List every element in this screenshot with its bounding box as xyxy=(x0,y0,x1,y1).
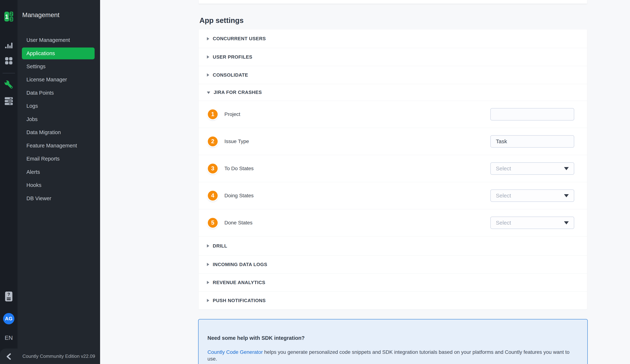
sidebar-item-db-viewer[interactable]: DB Viewer xyxy=(18,192,100,205)
sdk-help-title: Need some help with SDK integration? xyxy=(208,335,578,341)
management-sidebar: Management User Management Applications … xyxy=(18,0,100,364)
step-badge: 4 xyxy=(208,191,218,200)
sidebar-bottom-bar: Countly Community Edition v22.09 xyxy=(0,349,100,364)
svg-text:?: ? xyxy=(8,292,10,297)
step-badge: 5 xyxy=(208,218,218,228)
jira-field-done-states: 5 Done States Select xyxy=(199,209,587,236)
sidebar-item-logs[interactable]: Logs xyxy=(18,100,100,113)
jira-field-todo-states: 3 To Do States Select xyxy=(199,155,587,182)
caret-right-icon xyxy=(207,73,209,77)
page-title: App settings xyxy=(200,16,244,24)
project-input[interactable] xyxy=(490,108,574,121)
caret-right-icon xyxy=(207,281,209,284)
previous-section-card-edge xyxy=(199,0,587,4)
section-jira-for-crashes[interactable]: JIRA FOR CRASHES xyxy=(199,84,587,101)
sidebar-item-email-reports[interactable]: Email Reports xyxy=(18,152,100,166)
svg-text:3: 3 xyxy=(10,17,12,22)
app-settings-card: CONCURRENT USERS USER PROFILES CONSOLIDA… xyxy=(199,29,587,309)
caret-right-icon xyxy=(207,37,209,40)
sidebar-item-data-points[interactable]: Data Points xyxy=(18,86,100,100)
sdk-help-panel: Need some help with SDK integration? Cou… xyxy=(198,319,588,364)
section-concurrent-users[interactable]: CONCURRENT USERS xyxy=(199,29,587,48)
sidebar-item-settings[interactable]: Settings xyxy=(18,60,100,73)
management-wrench-icon[interactable] xyxy=(0,80,18,90)
data-server-icon[interactable] xyxy=(0,97,18,105)
todo-states-select[interactable]: Select xyxy=(490,162,574,175)
countly-logo-icon[interactable]: 1 2 3 xyxy=(4,11,13,22)
plugins-grid-icon[interactable] xyxy=(0,57,18,64)
rail-divider xyxy=(2,73,15,73)
section-incoming-data-logs[interactable]: INCOMING DATA LOGS xyxy=(199,255,587,273)
caret-right-icon xyxy=(207,263,209,266)
sidebar-item-jobs[interactable]: Jobs xyxy=(18,113,100,126)
jira-field-project: 1 Project xyxy=(199,101,587,128)
sidebar-item-feature-management[interactable]: Feature Management xyxy=(18,139,100,152)
main-content: App settings CONCURRENT USERS USER PROFI… xyxy=(100,0,630,364)
done-states-select[interactable]: Select xyxy=(490,217,574,229)
collapse-sidebar-button[interactable] xyxy=(6,353,13,361)
step-badge: 2 xyxy=(208,137,218,146)
section-drill[interactable]: DRILL xyxy=(199,236,587,255)
dropdown-caret-icon xyxy=(564,221,569,224)
svg-text:1: 1 xyxy=(5,13,8,20)
sidebar-title: Management xyxy=(22,11,60,18)
sidebar-item-alerts[interactable]: Alerts xyxy=(18,166,100,179)
chevron-left-icon xyxy=(7,354,10,359)
step-badge: 3 xyxy=(208,164,218,174)
issue-type-input[interactable] xyxy=(490,135,574,148)
caret-down-icon xyxy=(207,92,210,94)
sidebar-item-data-migration[interactable]: Data Migration xyxy=(18,126,100,139)
section-push-notifications[interactable]: PUSH NOTIFICATIONS xyxy=(199,291,587,309)
jira-field-doing-states: 4 Doing States Select xyxy=(199,182,587,209)
version-label: Countly Community Edition v22.09 xyxy=(18,349,100,364)
jira-field-issue-type: 2 Issue Type xyxy=(199,128,587,155)
caret-right-icon xyxy=(207,299,209,302)
doing-states-select[interactable]: Select xyxy=(490,189,574,202)
icon-rail: 1 2 3 xyxy=(0,0,18,364)
analytics-icon[interactable] xyxy=(0,41,18,48)
caret-right-icon xyxy=(207,244,209,247)
section-user-profiles[interactable]: USER PROFILES xyxy=(199,48,587,66)
language-switcher[interactable]: EN xyxy=(0,335,18,341)
help-center-icon[interactable]: ? xyxy=(5,292,12,302)
user-avatar[interactable]: AG xyxy=(3,313,14,324)
sidebar-nav: User Management Applications Settings Li… xyxy=(18,33,100,205)
sidebar-item-user-management[interactable]: User Management xyxy=(18,33,100,47)
sdk-help-body: Countly Code Generator helps you generat… xyxy=(208,349,578,362)
avatar-initials: AG xyxy=(5,316,12,322)
svg-text:2: 2 xyxy=(10,11,12,16)
section-revenue-analytics[interactable]: REVENUE ANALYTICS xyxy=(199,273,587,291)
sidebar-item-applications[interactable]: Applications xyxy=(22,47,94,59)
section-consolidate[interactable]: CONSOLIDATE xyxy=(199,66,587,84)
dropdown-caret-icon xyxy=(564,167,569,170)
dropdown-caret-icon xyxy=(564,194,569,197)
caret-right-icon xyxy=(207,55,209,59)
sidebar-item-license-manager[interactable]: License Manager xyxy=(18,73,100,86)
step-badge: 1 xyxy=(208,109,218,119)
countly-code-generator-link[interactable]: Countly Code Generator xyxy=(208,349,263,355)
sidebar-item-hooks[interactable]: Hooks xyxy=(18,179,100,192)
